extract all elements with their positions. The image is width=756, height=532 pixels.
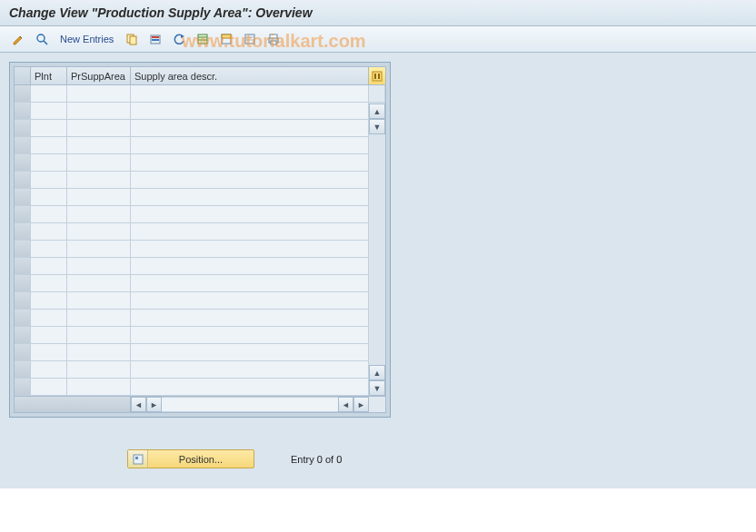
cell-prsupparea[interactable] [67,258,131,274]
cell-prsupparea[interactable] [67,275,131,291]
cell-plnt[interactable] [31,310,67,326]
cell-plnt[interactable] [31,292,67,309]
cell-descr[interactable] [131,361,369,378]
row-selector[interactable] [15,258,31,274]
cell-prsupparea[interactable] [67,344,131,360]
cell-plnt[interactable] [31,361,67,378]
column-header-selector[interactable] [15,67,31,84]
cell-descr[interactable] [131,292,369,309]
cell-plnt[interactable] [31,189,67,205]
cell-plnt[interactable] [31,223,67,240]
row-selector[interactable] [15,327,31,343]
vscroll-up-step-icon[interactable]: ▲ [369,365,385,380]
row-selector[interactable] [15,379,31,395]
hscroll-track[interactable] [162,397,338,412]
vscroll-down-icon[interactable]: ▼ [369,380,385,396]
vscroll-down-step-icon[interactable]: ▼ [369,119,385,134]
row-selector[interactable] [15,137,31,153]
position-button[interactable]: Position... [127,449,254,468]
select-all-icon[interactable] [194,30,212,48]
row-selector[interactable] [15,275,31,291]
hscroll-right-step-icon[interactable]: ► [146,397,162,412]
cell-prsupparea[interactable] [67,189,131,205]
cell-descr[interactable] [131,310,369,326]
column-header-descr[interactable]: Supply area descr. [131,67,369,84]
row-selector[interactable] [15,241,31,257]
cell-prsupparea[interactable] [67,154,131,171]
new-entries-button[interactable]: New Entries [56,32,117,46]
column-header-prsupparea[interactable]: PrSuppArea [67,67,131,84]
row-selector[interactable] [15,85,31,102]
row-selector[interactable] [15,103,31,119]
hscroll-left-icon[interactable]: ◄ [131,397,146,412]
select-block-icon[interactable] [217,30,235,48]
cell-descr[interactable] [131,241,369,257]
cell-prsupparea[interactable] [67,103,131,119]
undo-change-icon[interactable] [170,30,188,48]
vscroll-up-icon[interactable]: ▲ [369,103,385,119]
delete-icon[interactable] [146,30,164,48]
cell-descr[interactable] [131,120,369,136]
row-selector[interactable] [15,292,31,309]
cell-prsupparea[interactable] [67,172,131,188]
cell-descr[interactable] [131,206,369,222]
cell-prsupparea[interactable] [67,85,131,102]
row-selector[interactable] [15,154,31,171]
cell-descr[interactable] [131,258,369,274]
print-config-icon[interactable] [264,30,283,48]
cell-prsupparea[interactable] [67,292,131,309]
toggle-display-change-icon[interactable] [9,30,27,48]
cell-descr[interactable] [131,154,369,171]
cell-descr[interactable] [131,223,369,240]
cell-descr[interactable] [131,172,369,188]
cell-plnt[interactable] [31,103,67,119]
vscroll-track[interactable] [369,134,385,365]
column-header-plnt[interactable]: Plnt [31,67,67,84]
row-selector[interactable] [15,120,31,136]
cell-prsupparea[interactable] [67,361,131,378]
cell-plnt[interactable] [31,206,67,222]
row-selector[interactable] [15,344,31,360]
cell-descr[interactable] [131,103,369,119]
cell-plnt[interactable] [31,344,67,360]
cell-plnt[interactable] [31,379,67,395]
hscroll-right-icon[interactable]: ► [353,397,369,412]
table-row [15,137,385,154]
cell-prsupparea[interactable] [67,379,131,395]
cell-prsupparea[interactable] [67,137,131,153]
deselect-all-icon[interactable] [241,30,259,48]
cell-plnt[interactable] [31,154,67,171]
cell-plnt[interactable] [31,85,67,102]
cell-plnt[interactable] [31,172,67,188]
page-title: Change View "Production Supply Area": Ov… [9,5,313,20]
cell-plnt[interactable] [31,327,67,343]
cell-prsupparea[interactable] [67,327,131,343]
row-selector[interactable] [15,361,31,378]
cell-descr[interactable] [131,379,369,395]
hscroll-left-step-icon[interactable]: ◄ [338,397,353,412]
cell-prsupparea[interactable] [67,206,131,222]
row-selector[interactable] [15,172,31,188]
cell-descr[interactable] [131,344,369,360]
cell-descr[interactable] [131,327,369,343]
cell-plnt[interactable] [31,137,67,153]
cell-prsupparea[interactable] [67,223,131,240]
cell-plnt[interactable] [31,275,67,291]
cell-plnt[interactable] [31,241,67,257]
copy-as-icon[interactable] [123,30,141,48]
cell-plnt[interactable] [31,258,67,274]
row-selector[interactable] [15,189,31,205]
cell-descr[interactable] [131,189,369,205]
row-selector[interactable] [15,206,31,222]
cell-descr[interactable] [131,137,369,153]
cell-descr[interactable] [131,275,369,291]
table-settings-icon[interactable] [369,67,385,84]
row-selector[interactable] [15,310,31,326]
cell-prsupparea[interactable] [67,120,131,136]
row-selector[interactable] [15,223,31,240]
cell-prsupparea[interactable] [67,310,131,326]
cell-plnt[interactable] [31,120,67,136]
cell-prsupparea[interactable] [67,241,131,257]
cell-descr[interactable] [131,85,369,102]
details-icon[interactable] [33,30,51,48]
